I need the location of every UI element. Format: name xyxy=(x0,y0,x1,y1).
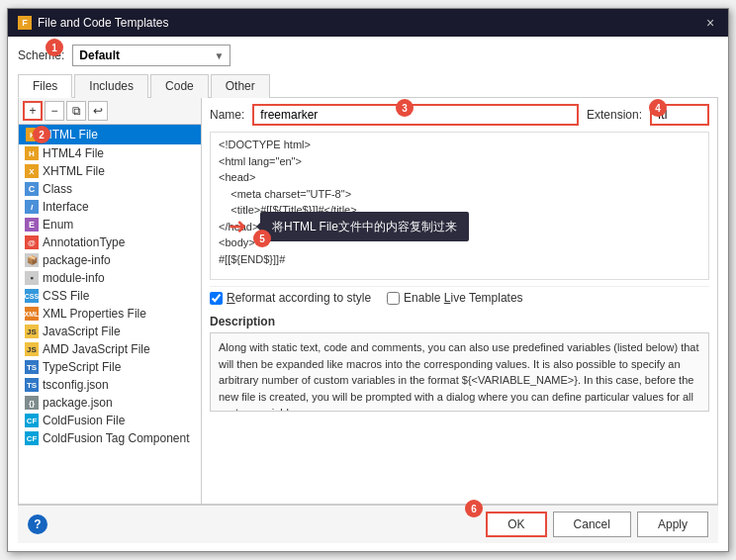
remove-template-button[interactable]: − xyxy=(45,101,64,121)
tab-includes[interactable]: Includes xyxy=(74,74,148,98)
code-editor[interactable]: <!DOCTYPE html> <html lang="en"> <head> … xyxy=(210,132,709,280)
badge-1: 1 xyxy=(46,39,63,56)
js-file-label: JavaScript File xyxy=(43,325,121,338)
list-item-package-json[interactable]: {} package.json xyxy=(19,394,201,412)
name-label: Name: xyxy=(210,108,244,122)
cancel-button[interactable]: Cancel xyxy=(553,512,631,537)
list-item-interface[interactable]: I Interface xyxy=(19,198,201,216)
package-info-label: package-info xyxy=(43,253,111,267)
list-item-amd-js[interactable]: JS AMD JavaScript File xyxy=(19,340,201,358)
scheme-row: Scheme: Default ▼ xyxy=(18,45,718,66)
toolbar: + − ⧉ ↩ xyxy=(19,98,201,125)
reformat-checkbox-item[interactable]: Reformat according to style xyxy=(210,291,371,305)
description-title: Description xyxy=(210,315,709,328)
list-item-xhtml-file[interactable]: X XHTML File xyxy=(19,162,201,180)
annotation-icon: @ xyxy=(25,235,39,249)
enum-label: Enum xyxy=(43,218,73,232)
package-json-icon: {} xyxy=(25,396,39,410)
xhtml-file-label: XHTML File xyxy=(43,164,105,178)
list-item-class[interactable]: C Class xyxy=(19,180,201,198)
amd-js-icon: JS xyxy=(25,342,39,356)
html-file-label: HTML File xyxy=(44,128,98,141)
dialog: F File and Code Templates × 1 2 3 4 5 6 … xyxy=(7,8,729,552)
tsconfig-icon: TS xyxy=(25,378,39,392)
left-panel: + − ⧉ ↩ H HTML File H HTML4 File X xyxy=(19,98,202,504)
list-item-module-info[interactable]: ▪ module-info xyxy=(19,269,201,287)
badge-3: 3 xyxy=(396,99,414,117)
dropdown-arrow-icon: ▼ xyxy=(214,50,224,61)
tab-code[interactable]: Code xyxy=(150,74,209,98)
badge-2: 2 xyxy=(33,126,50,143)
copy-template-button[interactable]: ⧉ xyxy=(66,101,86,121)
action-buttons: OK Cancel Apply xyxy=(486,512,708,537)
module-info-icon: ▪ xyxy=(25,271,39,285)
apply-button[interactable]: Apply xyxy=(637,512,708,537)
name-input[interactable] xyxy=(252,104,579,126)
description-text: Along with static text, code and comment… xyxy=(210,332,709,412)
close-button[interactable]: × xyxy=(702,15,718,31)
list-item-cf-tag[interactable]: CF ColdFusion Tag Component xyxy=(19,429,201,447)
list-item-html4-file[interactable]: H HTML4 File xyxy=(19,144,201,162)
dialog-icon: F xyxy=(18,16,32,30)
undo-button[interactable]: ↩ xyxy=(88,101,108,121)
live-templates-checkbox[interactable] xyxy=(387,292,400,305)
xml-props-label: XML Properties File xyxy=(43,307,146,321)
ok-button[interactable]: OK xyxy=(486,512,546,537)
xml-props-icon: XML xyxy=(25,307,39,321)
xhtml-file-icon: X xyxy=(25,164,39,178)
package-info-icon: 📦 xyxy=(25,253,39,267)
cf-tag-icon: CF xyxy=(25,431,39,445)
cf-file-label: ColdFusion File xyxy=(43,414,125,427)
list-item-js-file[interactable]: JS JavaScript File xyxy=(19,323,201,340)
reformat-checkbox[interactable] xyxy=(210,292,223,305)
add-template-button[interactable]: + xyxy=(23,101,43,121)
list-item-xml-props[interactable]: XML XML Properties File xyxy=(19,305,201,323)
cf-file-icon: CF xyxy=(25,414,39,427)
main-area: + − ⧉ ↩ H HTML File H HTML4 File X xyxy=(18,98,718,505)
cf-tag-label: ColdFusion Tag Component xyxy=(43,431,190,445)
annotation-label: AnnotationType xyxy=(43,235,125,249)
options-row: Reformat according to style Enable Live … xyxy=(210,286,709,309)
list-item-cf-file[interactable]: CF ColdFusion File xyxy=(19,412,201,429)
html4-file-label: HTML4 File xyxy=(43,146,104,160)
interface-label: Interface xyxy=(43,200,89,214)
name-extension-row: Name: Extension: xyxy=(210,104,709,126)
tabs: Files Includes Code Other xyxy=(18,74,718,98)
list-item-ts-file[interactable]: TS TypeScript File xyxy=(19,358,201,376)
badge-5: 5 xyxy=(253,230,271,247)
description-section: Description Along with static text, code… xyxy=(210,315,709,412)
enum-icon: E xyxy=(25,218,39,232)
title-bar: F File and Code Templates × xyxy=(8,9,728,37)
scheme-dropdown[interactable]: Default ▼ xyxy=(72,45,230,66)
ts-file-label: TypeScript File xyxy=(43,360,121,374)
css-file-icon: CSS xyxy=(25,289,39,303)
tab-other[interactable]: Other xyxy=(211,74,270,98)
title-bar-left: F File and Code Templates xyxy=(18,16,169,30)
live-templates-checkbox-item[interactable]: Enable Live Templates xyxy=(387,291,523,305)
badge-4: 4 xyxy=(649,99,667,117)
reformat-label: Reformat according to style xyxy=(227,291,371,305)
class-icon: C xyxy=(25,182,39,196)
list-item-tsconfig[interactable]: TS tsconfig.json xyxy=(19,376,201,394)
css-file-label: CSS File xyxy=(43,289,89,303)
html4-file-icon: H xyxy=(25,146,39,160)
amd-js-label: AMD JavaScript File xyxy=(43,342,150,356)
class-label: Class xyxy=(43,182,72,196)
package-json-label: package.json xyxy=(43,396,113,410)
list-item-css-file[interactable]: CSS CSS File xyxy=(19,287,201,305)
file-list: H HTML File H HTML4 File X XHTML File C … xyxy=(19,125,201,504)
tab-files[interactable]: Files xyxy=(18,74,72,98)
js-file-icon: JS xyxy=(25,325,39,338)
dialog-content: 1 2 3 4 5 6 Scheme: Default ▼ Files Incl… xyxy=(8,37,728,551)
list-item-annotation[interactable]: @ AnnotationType xyxy=(19,233,201,251)
list-item-enum[interactable]: E Enum xyxy=(19,216,201,233)
buttons-row: ? OK Cancel Apply xyxy=(18,505,718,543)
dialog-title: File and Code Templates xyxy=(38,16,169,30)
help-button[interactable]: ? xyxy=(28,514,47,534)
right-panel: Name: Extension: <!DOCTYPE html> <html l… xyxy=(202,98,717,504)
interface-icon: I xyxy=(25,200,39,214)
list-item-package-info[interactable]: 📦 package-info xyxy=(19,251,201,269)
tsconfig-label: tsconfig.json xyxy=(43,378,109,392)
module-info-label: module-info xyxy=(43,271,105,285)
scheme-value: Default xyxy=(79,48,120,62)
